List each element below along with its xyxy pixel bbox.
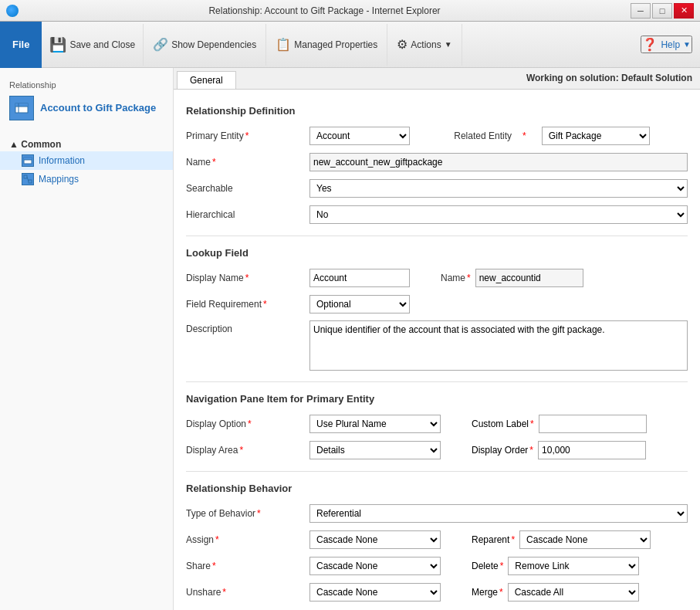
unshare-row: Unshare* Cascade None Cascade All Cascad… [186, 582, 688, 602]
custom-label-label: Custom Label* [472, 419, 534, 429]
name-input[interactable]: new_account_new_giftpackage [309, 153, 688, 171]
mappings-nav-icon [22, 173, 34, 185]
actions-button[interactable]: ⚙ Actions ▼ [387, 24, 462, 66]
share-select[interactable]: Cascade None Cascade All Cascade Active … [309, 557, 441, 575]
actions-dropdown-icon: ▼ [445, 40, 452, 49]
title-bar: Relationship: Account to Gift Package - … [0, 0, 700, 22]
information-label: Information [39, 155, 85, 166]
display-option-select[interactable]: Use Plural Name Use Custom Label Do Not … [309, 415, 441, 433]
restore-button[interactable]: □ [652, 3, 672, 19]
display-area-select[interactable]: Details Marketing Sales Service [309, 441, 441, 459]
field-requirement-select[interactable]: Optional Required Recommended [309, 295, 410, 313]
type-of-behavior-row: Type of Behavior* Referential Parental C… [186, 503, 688, 524]
svg-line-9 [27, 177, 29, 181]
assign-label: Assign* [186, 534, 309, 545]
description-label: Description [186, 320, 309, 334]
hierarchical-select[interactable]: No Yes [309, 205, 688, 224]
save-close-label: Save and Close [69, 39, 135, 50]
window-controls: ─ □ ✕ [631, 3, 694, 19]
related-entity-select[interactable]: Gift Package [542, 127, 650, 145]
delete-label: Delete* [472, 561, 503, 571]
ribbon: File 💾 Save and Close 🔗 Show Dependencie… [0, 22, 700, 68]
display-area-label: Display Area* [186, 445, 309, 456]
actions-icon: ⚙ [397, 37, 407, 52]
name-label: Name* [186, 157, 309, 168]
assign-row: Assign* Cascade None Cascade All Cascade… [186, 530, 688, 550]
navigation-pane-title: Navigation Pane Item for Primary Entity [186, 393, 688, 405]
dependencies-icon: 🔗 [153, 37, 168, 52]
lookup-field-title: Lookup Field [186, 247, 688, 259]
display-order-label: Display Order* [472, 445, 533, 456]
divider-1 [186, 236, 688, 236]
relationship-behavior-title: Relationship Behavior [186, 483, 688, 494]
share-row: Share* Cascade None Cascade All Cascade … [186, 556, 688, 576]
sidebar-entity-title: Account to Gift Package [40, 102, 156, 115]
custom-label-input[interactable] [539, 415, 647, 433]
svg-rect-1 [15, 103, 28, 107]
help-icon: ❓ [642, 37, 658, 52]
actions-label: Actions [411, 39, 441, 50]
sidebar-item-information[interactable]: Information [0, 151, 173, 170]
primary-entity-select[interactable]: Account [309, 127, 410, 145]
main-container: Relationship Account to Gift Package ▲ C… [0, 68, 700, 610]
sidebar: Relationship Account to Gift Package ▲ C… [0, 68, 174, 610]
sidebar-header: Relationship [0, 74, 173, 93]
reparent-select[interactable]: Cascade None Cascade All Cascade Active … [519, 530, 651, 549]
type-of-behavior-select[interactable]: Referential Parental Configurable Cascad… [309, 504, 688, 523]
managed-properties-icon: 📋 [276, 37, 291, 52]
show-dependencies-label: Show Dependencies [171, 39, 256, 50]
help-label: Help [661, 39, 680, 50]
share-label: Share* [186, 561, 309, 571]
display-option-row: Display Option* Use Plural Name Use Cust… [186, 414, 688, 434]
assign-select[interactable]: Cascade None Cascade All Cascade Active … [309, 530, 441, 549]
divider-2 [186, 381, 688, 382]
ie-icon [6, 5, 19, 17]
show-dependencies-button[interactable]: 🔗 Show Dependencies [144, 24, 266, 66]
save-close-button[interactable]: 💾 Save and Close [42, 24, 144, 66]
unshare-select[interactable]: Cascade None Cascade All Cascade Active … [309, 583, 441, 602]
help-dropdown-icon: ▼ [683, 40, 691, 49]
searchable-select[interactable]: Yes No [309, 179, 688, 198]
description-textarea[interactable]: Unique identifier of the account that is… [309, 320, 688, 371]
relationship-definition-title: Relationship Definition [186, 105, 688, 117]
delete-select[interactable]: Remove Link Cascade All Restrict [508, 557, 639, 575]
field-requirement-label: Field Requirement* [186, 299, 309, 310]
lookup-display-name-input[interactable]: Account [309, 269, 410, 287]
related-entity-label: Related Entity [419, 130, 512, 141]
mappings-label: Mappings [39, 174, 79, 185]
help-area: ❓ Help ▼ [641, 36, 700, 53]
divider-3 [186, 471, 688, 472]
file-button[interactable]: File [0, 22, 42, 68]
close-button[interactable]: ✕ [674, 3, 694, 19]
primary-entity-row: Primary Entity* Account Related Entity* … [186, 126, 688, 146]
lookup-display-name-label: Display Name* [186, 273, 309, 283]
unshare-label: Unshare* [186, 587, 309, 598]
floppy-icon: 💾 [49, 36, 66, 53]
sidebar-item-mappings[interactable]: Mappings [0, 170, 173, 188]
primary-entity-label: Primary Entity* [186, 130, 309, 141]
hierarchical-row: Hierarchical No Yes [186, 205, 688, 225]
primary-entity-field-group: Account Related Entity* Gift Package [309, 127, 688, 145]
minimize-button[interactable]: ─ [631, 3, 651, 19]
name-row: Name* new_account_new_giftpackage [186, 152, 688, 172]
sidebar-breadcrumb: Relationship [9, 80, 164, 90]
description-row: Description Unique identifier of the acc… [186, 320, 688, 371]
type-of-behavior-label: Type of Behavior* [186, 508, 309, 519]
svg-rect-8 [29, 180, 32, 183]
lookup-name-input[interactable]: new_accountid [475, 269, 583, 287]
content-area: Working on solution: Default Solution Ge… [174, 68, 700, 610]
managed-properties-button[interactable]: 📋 Managed Properties [266, 24, 387, 66]
merge-select[interactable]: Cascade All Cascade None [508, 583, 639, 602]
display-order-input[interactable]: 10,000 [538, 441, 646, 459]
managed-properties-label: Managed Properties [294, 39, 377, 50]
help-button[interactable]: ❓ Help ▼ [641, 36, 692, 53]
display-option-label: Display Option* [186, 419, 309, 429]
information-nav-icon [22, 154, 34, 167]
tab-general[interactable]: General [177, 71, 236, 89]
searchable-row: Searchable Yes No [186, 178, 688, 198]
sidebar-icon-row: Account to Gift Package [0, 93, 173, 124]
form-content: Relationship Definition Primary Entity* … [174, 90, 700, 610]
lookup-display-name-row: Display Name* Account Name* new_accounti… [186, 268, 688, 288]
display-area-row: Display Area* Details Marketing Sales Se… [186, 440, 688, 460]
window-title: Relationship: Account to Gift Package - … [19, 5, 631, 16]
